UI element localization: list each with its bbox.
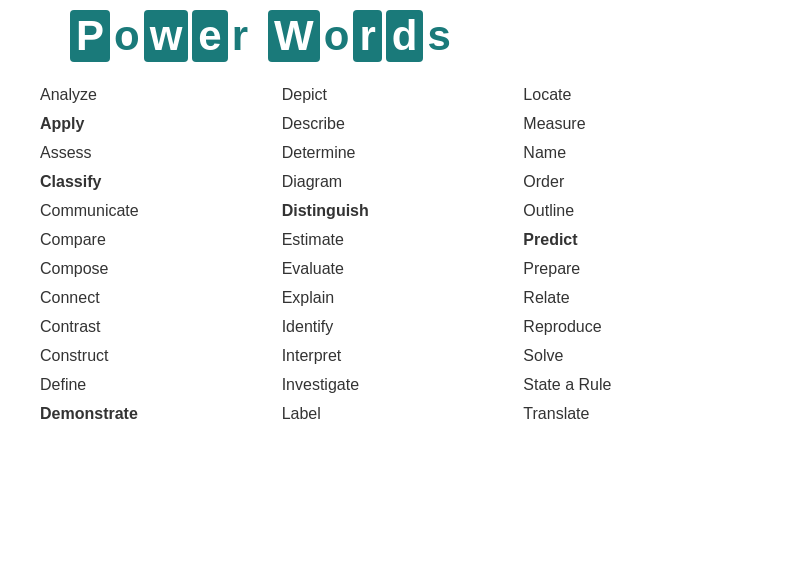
word-item: Evaluate [282, 254, 524, 283]
word-item: Identify [282, 312, 524, 341]
word-item: Classify [40, 167, 282, 196]
title-letter: r [232, 12, 248, 60]
title-letter: r [353, 10, 381, 62]
word-item: Relate [523, 283, 765, 312]
word-item: Label [282, 399, 524, 428]
word-item: Estimate [282, 225, 524, 254]
word-column-col2: DepictDescribeDetermineDiagramDistinguis… [282, 80, 524, 428]
word-item: Contrast [40, 312, 282, 341]
word-item: Predict [523, 225, 765, 254]
word-item: Communicate [40, 196, 282, 225]
word-item: Describe [282, 109, 524, 138]
word-item: Construct [40, 341, 282, 370]
word-item: Translate [523, 399, 765, 428]
word-column-col1: AnalyzeApplyAssessClassifyCommunicateCom… [40, 80, 282, 428]
word-item: Name [523, 138, 765, 167]
word-item: Interpret [282, 341, 524, 370]
word-column-col3: LocateMeasureNameOrderOutlinePredictPrep… [523, 80, 765, 428]
word-list: AnalyzeApplyAssessClassifyCommunicateCom… [40, 80, 765, 428]
word-item: Analyze [40, 80, 282, 109]
title-letter: W [268, 10, 320, 62]
word-item: Solve [523, 341, 765, 370]
title-letter: w [144, 10, 189, 62]
word-item: Define [40, 370, 282, 399]
title-letter: e [192, 10, 227, 62]
word-item: Assess [40, 138, 282, 167]
word-item: Demonstrate [40, 399, 282, 428]
word-item: Measure [523, 109, 765, 138]
title-letter: s [427, 12, 450, 60]
title-letter: o [324, 12, 350, 60]
word-item: Outline [523, 196, 765, 225]
title-letter: o [114, 12, 140, 60]
page: PowerWords AnalyzeApplyAssessClassifyCom… [0, 0, 805, 568]
word-item: Connect [40, 283, 282, 312]
word-item: Determine [282, 138, 524, 167]
word-item: Distinguish [282, 196, 524, 225]
title-letter: P [70, 10, 110, 62]
word-item: Apply [40, 109, 282, 138]
word-item: Diagram [282, 167, 524, 196]
word-item: Compose [40, 254, 282, 283]
header: PowerWords [40, 10, 765, 62]
word-item: Compare [40, 225, 282, 254]
word-item: Order [523, 167, 765, 196]
word-item: Reproduce [523, 312, 765, 341]
word-item: Depict [282, 80, 524, 109]
word-item: Locate [523, 80, 765, 109]
word-item: Investigate [282, 370, 524, 399]
word-item: Explain [282, 283, 524, 312]
word-item: Prepare [523, 254, 765, 283]
power-words-title: PowerWords [70, 10, 451, 62]
word-item: State a Rule [523, 370, 765, 399]
title-letter: d [386, 10, 424, 62]
